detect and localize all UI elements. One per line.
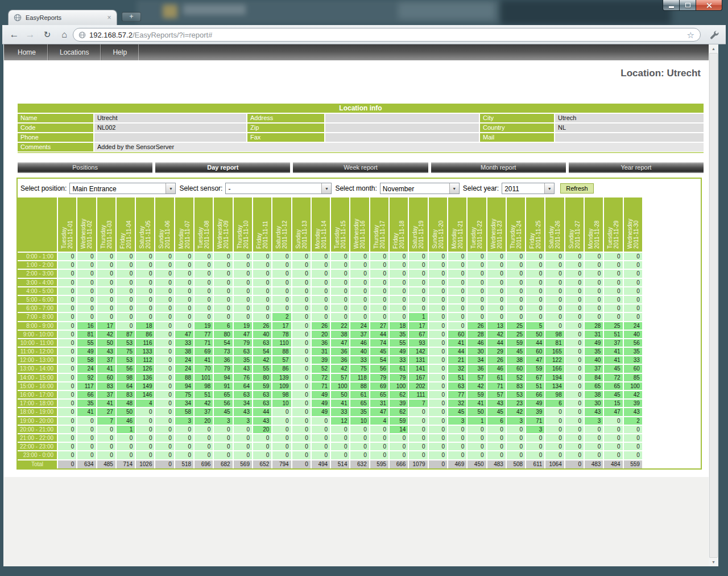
- table-cell: 0: [155, 400, 173, 407]
- table-cell: 47: [331, 339, 349, 347]
- table-cell: 0: [77, 287, 96, 295]
- table-cell: 0: [331, 253, 349, 260]
- table-cell: 0: [409, 261, 427, 269]
- table-cell: 59: [253, 382, 271, 390]
- table-cell: 134: [545, 382, 564, 390]
- row-label: 8:00 - 9:00: [18, 322, 57, 330]
- home-button[interactable]: ⌂: [57, 27, 72, 42]
- table-cell: 0: [565, 253, 584, 260]
- tab-positions[interactable]: Positions: [18, 162, 152, 173]
- scrollbar-thumb[interactable]: [709, 53, 718, 558]
- location-info-header: Location info: [18, 104, 704, 113]
- total-cell: 469: [448, 460, 466, 468]
- tab-day-report[interactable]: Day report: [155, 162, 290, 173]
- scroll-down-icon[interactable]: ▼: [709, 558, 718, 566]
- table-cell: 0: [604, 253, 622, 260]
- scroll-up-icon[interactable]: ▲: [709, 44, 718, 53]
- table-cell: 202: [409, 382, 427, 390]
- close-button[interactable]: [696, 0, 722, 11]
- table-cell: 0: [409, 426, 427, 433]
- table-cell: 20: [312, 331, 330, 338]
- table-cell: 0: [526, 434, 544, 442]
- column-header: Tuesday2011-11-15: [331, 198, 349, 252]
- reload-button[interactable]: ↻: [40, 27, 55, 42]
- table-cell: 92: [77, 374, 96, 381]
- table-cell: 0: [545, 270, 564, 277]
- nav-item-home[interactable]: Home: [6, 44, 48, 60]
- info-label-comments: Comments: [18, 143, 93, 151]
- table-cell: 0: [390, 434, 408, 442]
- total-cell: 0: [155, 460, 173, 468]
- table-cell: 0: [429, 426, 447, 433]
- refresh-button[interactable]: Refresh: [560, 183, 594, 194]
- table-cell: 0: [312, 417, 330, 425]
- bookmark-star-icon[interactable]: ☆: [687, 31, 694, 39]
- year-select[interactable]: 2011 ▼: [502, 183, 555, 194]
- table-cell: 52: [312, 365, 330, 372]
- table-cell: 0: [604, 451, 622, 459]
- table-cell: 58: [175, 408, 193, 415]
- minimize-button[interactable]: [663, 0, 680, 11]
- table-cell: 0: [58, 261, 76, 269]
- table-cell: 12: [331, 417, 349, 425]
- table-cell: 49: [312, 391, 330, 398]
- nav-item-locations[interactable]: Locations: [48, 44, 101, 60]
- table-cell: 0: [624, 313, 642, 320]
- table-cell: 0: [585, 296, 603, 303]
- table-cell: 42: [253, 356, 271, 364]
- table-cell: 33: [175, 339, 193, 347]
- address-bar[interactable]: 192.168.57.2/EasyReports/?i=report# ☆: [73, 28, 701, 42]
- new-tab-button[interactable]: +: [122, 12, 141, 22]
- month-select[interactable]: November ▼: [380, 183, 460, 194]
- total-cell: 508: [507, 460, 525, 468]
- tab-month-report[interactable]: Month report: [431, 162, 566, 173]
- table-cell: 0: [409, 279, 427, 286]
- table-cell: 0: [545, 408, 564, 415]
- table-cell: 0: [390, 443, 408, 450]
- table-cell: 0: [58, 331, 76, 338]
- table-cell: 0: [624, 426, 642, 433]
- position-select[interactable]: Main Entrance ▼: [69, 183, 176, 194]
- table-cell: 63: [253, 391, 271, 398]
- table-cell: 111: [409, 391, 427, 398]
- back-button[interactable]: ←: [7, 27, 22, 42]
- table-cell: 40: [624, 331, 642, 338]
- table-cell: 59: [526, 365, 544, 372]
- table-cell: 0: [97, 296, 115, 303]
- table-cell: 88: [175, 374, 193, 381]
- table-cell: 0: [585, 279, 603, 286]
- dropdown-arrow-icon[interactable]: ▼: [321, 183, 331, 194]
- column-header: Monday2011-11-28: [585, 198, 603, 252]
- table-cell: 0: [409, 287, 427, 295]
- glass-background-shape: [500, 0, 671, 25]
- table-cell: 53: [507, 391, 525, 398]
- page-globe-icon: [78, 31, 86, 39]
- table-cell: 0: [97, 305, 115, 312]
- dropdown-arrow-icon[interactable]: ▼: [544, 183, 554, 194]
- table-cell: 0: [117, 322, 135, 330]
- table-cell: 0: [429, 451, 447, 459]
- dropdown-arrow-icon[interactable]: ▼: [166, 183, 175, 194]
- table-cell: 0: [312, 305, 330, 312]
- table-cell: 42: [97, 331, 115, 338]
- tab-year-report[interactable]: Year report: [569, 162, 704, 173]
- vertical-scrollbar[interactable]: ▲ ▼: [709, 44, 718, 566]
- table-cell: 0: [468, 305, 486, 312]
- info-value-address: [325, 114, 479, 122]
- table-cell: 0: [331, 426, 349, 433]
- table-cell: 35: [234, 356, 252, 364]
- tab-week-report[interactable]: Week report: [293, 162, 428, 173]
- maximize-button[interactable]: [680, 0, 696, 11]
- forward-button[interactable]: →: [23, 27, 38, 42]
- nav-item-help[interactable]: Help: [101, 44, 139, 60]
- wrench-menu-icon[interactable]: [709, 29, 720, 40]
- browser-tab[interactable]: EasyReports ×: [8, 10, 117, 25]
- table-cell: 66: [526, 391, 544, 398]
- table-cell: 40: [585, 356, 603, 364]
- info-value-phone: [94, 133, 246, 142]
- table-cell: 0: [468, 451, 486, 459]
- table-cell: 57: [331, 374, 349, 381]
- sensor-select[interactable]: - ▼: [225, 183, 332, 194]
- tab-close-icon[interactable]: ×: [105, 14, 113, 22]
- dropdown-arrow-icon[interactable]: ▼: [449, 183, 459, 194]
